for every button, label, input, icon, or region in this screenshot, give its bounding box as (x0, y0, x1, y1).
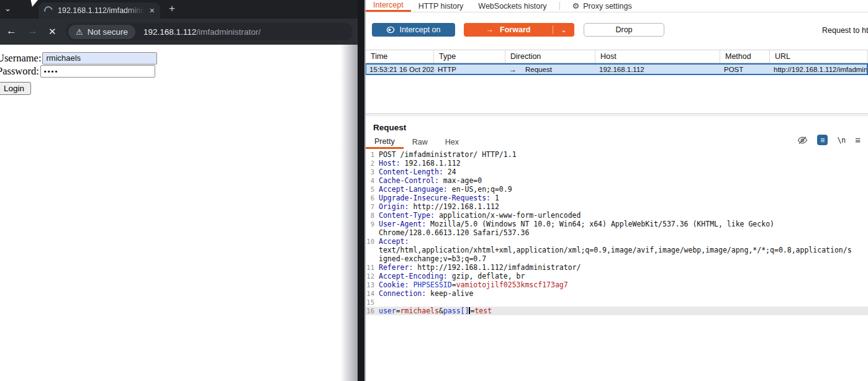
hide-icon[interactable] (797, 136, 808, 145)
proxy-tab-label: WebSockets history (478, 2, 546, 11)
request-line[interactable]: 15 (366, 298, 868, 307)
request-line[interactable]: 1POST /imfadministrator/ HTTP/1.1 (366, 150, 868, 159)
password-field[interactable]: •••• (40, 65, 155, 78)
request-line[interactable]: 6Upgrade-Insecure-Requests: 1 (366, 194, 868, 202)
line-segment: = (452, 280, 456, 289)
line-text: Host: 192.168.1.112 (374, 159, 868, 168)
request-arrow-icon: → (509, 65, 517, 74)
request-line[interactable]: igned-exchange;v=b3;q=0.7 (366, 254, 868, 263)
request-panel-title: Request (373, 123, 406, 132)
line-segment: text/html,application/xhtml+xml,applicat… (379, 246, 852, 254)
line-text: POST /imfadministrator/ HTTP/1.1 (374, 150, 868, 159)
request-line[interactable]: Chrome/128.0.6613.120 Safari/537.36 (366, 228, 868, 237)
forward-button[interactable]: → Forward ⌄ (464, 23, 574, 37)
request-editor[interactable]: 1POST /imfadministrator/ HTTP/1.12Host: … (366, 149, 868, 381)
line-segment: http://192.168.1.112 (409, 202, 499, 211)
stop-loading-icon[interactable]: ✕ (48, 27, 57, 36)
request-line[interactable]: 10Accept: (366, 237, 868, 246)
request-line[interactable]: 12Accept-Encoding: gzip, deflate, br (366, 272, 868, 280)
line-text: user=rmichaels&pass[]=test (374, 307, 868, 315)
drop-button[interactable]: Drop (584, 23, 664, 37)
request-line[interactable]: 9User-Agent: Mozilla/5.0 (Windows NT 10.… (366, 220, 868, 228)
column-header-time[interactable]: Time (366, 50, 434, 63)
line-segment: user (379, 307, 396, 315)
show-newlines-icon[interactable]: \n (837, 136, 846, 145)
line-text: Accept: (374, 237, 868, 246)
line-segment: User-Agent: (379, 220, 426, 228)
forward-menu-chevron-icon[interactable]: ⌄ (553, 26, 574, 34)
panel-splitter[interactable] (366, 114, 868, 114)
line-number: 11 (366, 263, 374, 272)
tab-title: 192.168.1.112/imfadminist (58, 6, 145, 15)
forward-icon[interactable]: → (27, 25, 38, 36)
line-text: Origin: http://192.168.1.112 (374, 202, 868, 211)
view-tab-hex[interactable]: Hex (436, 135, 468, 149)
table-row[interactable]: 15:53:21 16 Oct 2024HTTP→Request192.168.… (366, 63, 868, 75)
request-line[interactable]: 16user=rmichaels&pass[]=test (366, 307, 868, 315)
line-text: text/html,application/xhtml+xml,applicat… (374, 246, 868, 254)
pretty-print-toggle-icon[interactable]: ≡ (817, 135, 828, 145)
request-line[interactable]: 5Accept-Language: en-US,en;q=0.9 (366, 185, 868, 194)
view-tab-pretty[interactable]: Pretty (366, 135, 404, 149)
column-header-url[interactable]: URL (770, 50, 868, 63)
cell-time: 15:53:21 16 Oct 2024 (366, 66, 435, 73)
intercept-toggle-button[interactable]: Intercept on (372, 23, 455, 37)
request-panel: Request PrettyRawHex ≡ \n ≡ 1POST /imfad… (366, 118, 868, 381)
proxy-tab-intercept[interactable]: Intercept (366, 0, 411, 12)
proxy-tab-proxy-settings[interactable]: ⚙Proxy settings (565, 0, 640, 12)
editor-menu-icon[interactable]: ≡ (855, 135, 861, 145)
username-field[interactable]: rmichaels (42, 52, 157, 65)
line-number: 2 (366, 159, 374, 168)
security-chip-label: Not secure (88, 27, 128, 37)
request-line[interactable]: 13Cookie: PHPSESSID=vamiotojilf0253kmscf… (366, 280, 868, 289)
line-segment: Cookie: (379, 280, 409, 289)
request-line[interactable]: 14Connection: keep-alive (366, 289, 868, 298)
line-segment: PHPSESSID (413, 280, 451, 289)
login-button[interactable]: Login (0, 82, 31, 95)
request-line[interactable]: 2Host: 192.168.1.112 (366, 159, 868, 168)
cell-method: POST (721, 66, 771, 73)
line-number: 16 (366, 307, 374, 315)
line-segment: 24 (443, 168, 456, 176)
line-number: 15 (366, 298, 374, 307)
proxy-tab-http-history[interactable]: HTTP history (411, 0, 471, 12)
proxy-tab-websockets-history[interactable]: WebSockets history (471, 0, 554, 12)
tab-list-chevron-icon[interactable]: ⌄ (4, 4, 11, 13)
url-text[interactable]: 192.168.1.112/imfadministrator/ (143, 27, 261, 37)
request-line[interactable]: 3Content-Length: 24 (366, 168, 868, 176)
line-text: Accept-Encoding: gzip, deflate, br (374, 272, 868, 280)
line-segment: Connection: (379, 289, 426, 298)
line-text: User-Agent: Mozilla/5.0 (Windows NT 10.0… (374, 220, 868, 228)
cell-direction-label: Request (525, 66, 552, 73)
tab-separator (559, 2, 560, 10)
url-path: /imfadministrator/ (196, 27, 261, 37)
column-header-type[interactable]: Type (434, 50, 505, 63)
browser-tab[interactable]: 192.168.1.112/imfadminist × (38, 2, 160, 19)
line-segment: keep-alive (426, 289, 473, 298)
tab-close-icon[interactable]: × (150, 6, 155, 15)
request-line[interactable]: text/html,application/xhtml+xml,applicat… (366, 246, 868, 254)
line-text: Connection: keep-alive (374, 289, 868, 298)
request-line[interactable]: 4Cache-Control: max-age=0 (366, 176, 868, 185)
column-header-direction[interactable]: Direction (505, 50, 595, 63)
back-icon[interactable]: ← (6, 25, 17, 36)
window-divider (358, 0, 364, 381)
request-line[interactable]: 11Referer: http://192.168.1.112/imfadmin… (366, 263, 868, 272)
cell-url: http://192.168.1.112/imfadminis (771, 66, 867, 73)
line-number: 14 (366, 289, 374, 298)
request-line[interactable]: 7Origin: http://192.168.1.112 (366, 202, 868, 211)
request-line[interactable]: 8Content-Type: application/x-www-form-ur… (366, 211, 868, 220)
line-number (366, 254, 374, 263)
security-chip[interactable]: ⚠ Not secure (68, 25, 135, 39)
new-tab-button[interactable]: + (169, 2, 175, 15)
view-tab-raw[interactable]: Raw (404, 135, 436, 149)
intercept-eye-icon (386, 26, 395, 34)
line-text: Chrome/128.0.6613.120 Safari/537.36 (374, 228, 868, 237)
line-segment: POST /imfadministrator/ HTTP/1.1 (379, 150, 517, 159)
address-bar[interactable]: ⚠ Not secure 192.168.1.112/imfadministra… (66, 23, 353, 40)
gear-icon: ⚙ (572, 1, 580, 11)
column-header-method[interactable]: Method (720, 50, 770, 63)
panel-splitter-line (366, 115, 868, 116)
column-header-host[interactable]: Host (595, 50, 720, 63)
line-text: Referer: http://192.168.1.112/imfadminis… (374, 263, 868, 272)
